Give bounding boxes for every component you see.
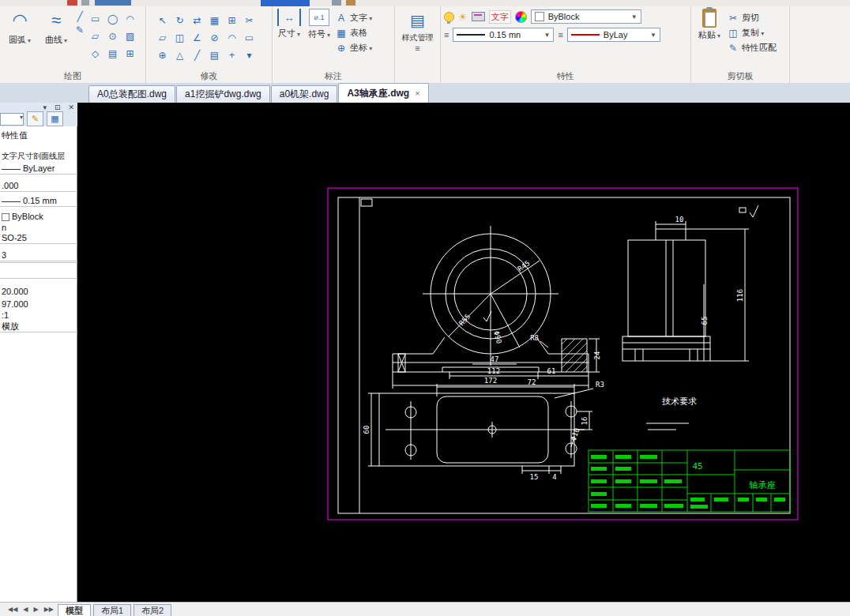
- quick-select-icon: ✎: [32, 114, 39, 124]
- gradient-icon[interactable]: ▤: [104, 45, 121, 62]
- palette-row-color[interactable]: ByBlock: [0, 211, 77, 223]
- plot-style-icon[interactable]: [472, 12, 485, 21]
- palette-row-orientation[interactable]: 横放: [0, 321, 77, 332]
- last-tab-icon[interactable]: ▶▶: [43, 606, 55, 613]
- dim-72: 72: [528, 378, 536, 386]
- copy-icon[interactable]: ⊞: [224, 12, 240, 28]
- layer-on-icon[interactable]: [444, 12, 454, 22]
- daylight-icon[interactable]: ☀: [458, 11, 468, 23]
- palette-header: ▾ ⊡ ✕ ✎ ▦: [0, 103, 77, 126]
- trim-icon[interactable]: ✂: [241, 12, 258, 28]
- linetype-list-icon[interactable]: ≡: [558, 30, 562, 39]
- more-icon[interactable]: ▾: [241, 47, 258, 63]
- offset-icon[interactable]: ◫: [171, 29, 188, 46]
- join-icon[interactable]: ⊕: [154, 47, 171, 63]
- prev-tab-icon[interactable]: ◀: [21, 606, 29, 613]
- quick-select-button[interactable]: ✎: [27, 111, 43, 126]
- tool-text[interactable]: A 文字: [336, 10, 372, 25]
- explode-icon[interactable]: △: [171, 47, 188, 63]
- close-icon[interactable]: ×: [415, 84, 419, 103]
- palette-row-ratio[interactable]: :1: [0, 310, 77, 321]
- array-icon[interactable]: ▦: [206, 12, 223, 28]
- text-display-toggle[interactable]: 文字: [489, 10, 511, 24]
- drawing-canvas[interactable]: R55 Φ90 R45 R8 24 47 112 61 172 10 65 11…: [77, 103, 850, 602]
- tool-arc[interactable]: ◠ 圆弧: [3, 9, 36, 46]
- tool-coordinate[interactable]: ⊕ 坐标: [336, 40, 372, 55]
- fillet-icon[interactable]: ◠: [224, 29, 240, 46]
- tool-dimension[interactable]: ↔ 尺寸: [276, 9, 303, 39]
- pin-icon[interactable]: ⊡: [55, 103, 61, 111]
- object-type-combo[interactable]: [0, 113, 24, 126]
- file-tab-bar: A0总装配图.dwg a1挖掘铲dwg.dwg a0机架.dwg A3轴承座.d…: [0, 83, 850, 103]
- ribbon-panel-clipboard: 粘贴 ✂ 剪切 ◫ 复制 ✎ 特性匹配 剪切板: [691, 6, 790, 83]
- dim-65: 65: [701, 317, 709, 325]
- tool-curve[interactable]: ≈ 曲线: [39, 9, 73, 46]
- file-tab[interactable]: a0机架.dwg: [271, 85, 338, 103]
- rotate-icon[interactable]: ↻: [171, 12, 188, 28]
- tab-layout2[interactable]: 布局2: [134, 604, 171, 616]
- dim-phi90: Φ90: [492, 330, 503, 344]
- lineweight-combo[interactable]: 0.15 mn ▼: [453, 28, 554, 42]
- paste-label: 粘贴: [698, 29, 720, 41]
- arc-icon[interactable]: ◠: [122, 10, 138, 27]
- lengthen-icon[interactable]: ╱: [189, 47, 205, 63]
- text-label: 文字: [350, 12, 372, 24]
- tool-symbol[interactable]: ⌀.1 符号: [306, 9, 333, 40]
- hatch-icon[interactable]: ▨: [122, 28, 138, 44]
- palette-separator: [0, 262, 77, 263]
- palette-row-layer[interactable]: 文字尺寸剖面线层: [0, 150, 77, 162]
- chevron-down-icon: ▼: [631, 13, 638, 21]
- circle-icon[interactable]: ◯: [104, 10, 121, 27]
- object-color-combo[interactable]: ByBlock ▼: [531, 9, 641, 24]
- region-icon[interactable]: ⊞: [122, 45, 138, 62]
- edit-hatch-icon[interactable]: ▤: [206, 47, 223, 63]
- color-wheel-icon[interactable]: [515, 11, 527, 23]
- tab-layout1[interactable]: 布局1: [93, 604, 131, 616]
- file-tab[interactable]: A0总装配图.dwg: [88, 85, 175, 103]
- ribbon-panel-annotate: ↔ 尺寸 ⌀.1 符号 A 文字 ▦ 表格 ⊕ 坐标: [273, 6, 395, 83]
- style-manager-label: 样式管理: [402, 32, 434, 43]
- scale-icon[interactable]: ▭: [241, 29, 258, 46]
- add-icon[interactable]: +: [224, 47, 240, 63]
- tool-style-manager[interactable]: ▤ 样式管理: [397, 9, 439, 43]
- palette-row-dimstyle[interactable]: SO-25: [0, 232, 77, 244]
- style-list-icon[interactable]: ≡: [415, 43, 419, 53]
- polygon-icon[interactable]: ▱: [87, 28, 103, 44]
- line-icon[interactable]: ╱: [76, 11, 84, 22]
- menu-fragment: [81, 0, 89, 6]
- next-tab-icon[interactable]: ▶: [32, 606, 39, 613]
- rectangle-icon[interactable]: ▭: [87, 10, 103, 27]
- stretch-icon[interactable]: ▱: [154, 29, 171, 46]
- ellipse-icon[interactable]: ◇: [87, 45, 103, 62]
- donut-icon[interactable]: ⊙: [104, 28, 121, 44]
- tab-model[interactable]: 模型: [58, 604, 91, 616]
- palette-row-x[interactable]: 20.000: [0, 286, 77, 298]
- pencil-icon[interactable]: ✎: [76, 24, 84, 36]
- file-tab[interactable]: a1挖掘铲dwg.dwg: [176, 85, 270, 103]
- palette-row-scale[interactable]: .000: [0, 180, 77, 192]
- palette-row-y[interactable]: 97.000: [0, 299, 77, 310]
- style-manager-icon: ▤: [410, 9, 425, 32]
- lineweight-list-icon[interactable]: ≡: [444, 30, 449, 39]
- minimize-icon[interactable]: ▾: [43, 103, 47, 111]
- tool-table[interactable]: ▦ 表格: [336, 25, 372, 40]
- tool-copy[interactable]: ◫ 复制: [728, 25, 777, 40]
- palette-row-linetype[interactable]: ByLayer: [0, 163, 77, 175]
- file-tab-active[interactable]: A3轴承座.dwg ×: [338, 83, 428, 103]
- palette-row-count[interactable]: 3: [0, 250, 77, 261]
- mirror-icon[interactable]: ⇄: [189, 12, 205, 28]
- paste-icon: [702, 9, 716, 28]
- cad-viewport[interactable]: R55 Φ90 R45 R8 24 47 112 61 172 10 65 11…: [77, 103, 850, 602]
- close-icon[interactable]: ✕: [68, 103, 74, 111]
- palette-row-lineweight[interactable]: 0.15 mm: [0, 195, 77, 207]
- move-icon[interactable]: ↖: [154, 12, 171, 28]
- dim-r8: R8: [530, 334, 539, 342]
- select-objects-button[interactable]: ▦: [47, 111, 63, 126]
- first-tab-icon[interactable]: ◀◀: [6, 606, 19, 613]
- tool-cut[interactable]: ✂ 剪切: [728, 10, 777, 25]
- break-icon[interactable]: ⊘: [206, 29, 223, 46]
- tool-paste[interactable]: 粘贴: [694, 9, 724, 41]
- tool-match-properties[interactable]: ✎ 特性匹配: [728, 40, 777, 55]
- linetype-combo[interactable]: ByLay ▼: [567, 28, 660, 42]
- chamfer-icon[interactable]: ∠: [189, 29, 205, 46]
